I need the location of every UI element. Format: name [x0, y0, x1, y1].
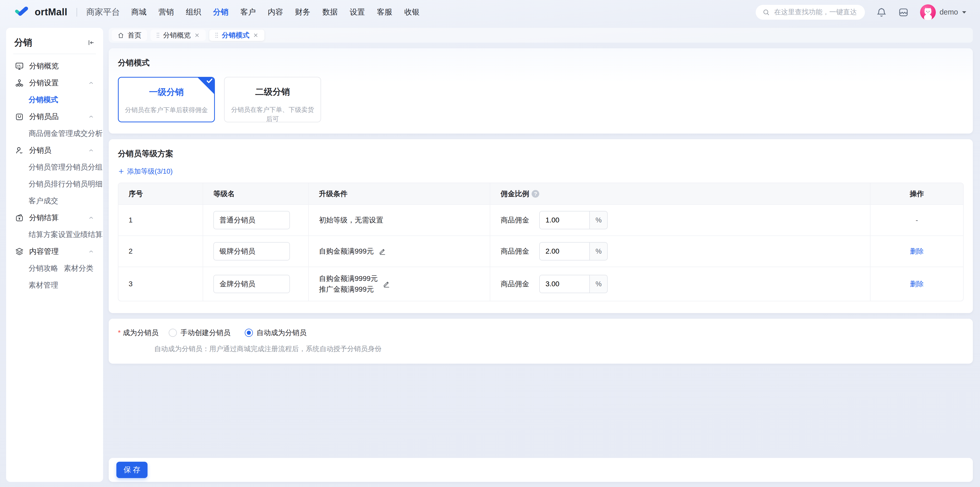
chevron-up-icon[interactable]	[88, 80, 94, 86]
brand-name: ortMall	[35, 6, 67, 18]
add-level-link[interactable]: 添加等级(3/10)	[118, 167, 173, 176]
sidebar-group-label: 分销结算	[29, 213, 59, 223]
plus-icon	[118, 168, 124, 175]
close-icon[interactable]	[253, 32, 259, 38]
rate-input[interactable]	[539, 242, 589, 260]
sidebar-item-customer-deals[interactable]: 客户成交	[29, 193, 65, 209]
level-name-input[interactable]	[213, 211, 290, 229]
menu-item-customers[interactable]: 客户	[240, 7, 256, 18]
edit-icon[interactable]	[378, 247, 387, 255]
tab-label: 分销模式	[222, 30, 249, 40]
org-chart-icon	[15, 78, 24, 88]
save-button[interactable]: 保 存	[116, 462, 148, 478]
sidebar-item-distribution-guide[interactable]: 分销攻略	[29, 260, 64, 277]
level-name-input[interactable]	[213, 275, 290, 293]
menu-item-service[interactable]: 客服	[377, 7, 392, 18]
percent-unit: %	[589, 242, 608, 260]
chevron-up-icon[interactable]	[88, 113, 94, 120]
menu-item-cashier[interactable]: 收银	[404, 7, 420, 18]
sidebar-item-material-mgmt[interactable]: 素材管理	[29, 277, 64, 294]
percent-unit: %	[589, 275, 608, 293]
delete-link[interactable]: 删除	[910, 247, 924, 255]
global-search[interactable]	[756, 5, 865, 20]
radio-circle-checked[interactable]	[245, 329, 253, 337]
menu-item-distribution[interactable]: 分销	[213, 7, 228, 18]
platform-name: 商家平台	[86, 6, 120, 18]
sidebar-item-settlement-plan[interactable]: 结算方案设置	[29, 226, 73, 243]
section-title-levels: 分销员等级方案	[118, 148, 964, 159]
menu-item-marketing[interactable]: 营销	[159, 7, 174, 18]
edit-icon[interactable]	[382, 280, 390, 288]
mode-option-level2[interactable]: 二级分销 分销员在客户下单、下级卖货后可 均可获得邀请奖励	[224, 77, 321, 122]
tab-distribution-overview[interactable]: 分销概览	[151, 30, 206, 41]
brand-logo[interactable]: ortMall 商家平台	[14, 6, 120, 19]
radio-circle-unchecked[interactable]	[169, 329, 177, 337]
menu-item-finance[interactable]: 财务	[295, 7, 310, 18]
become-distributor-label: 成为分销员	[123, 328, 159, 338]
upgrade-condition: 自购金额满999元	[319, 246, 374, 257]
rate-input[interactable]	[539, 275, 589, 293]
selected-check-badge-icon	[197, 77, 215, 94]
rate-input[interactable]	[539, 211, 589, 229]
drag-handle-icon[interactable]	[156, 32, 160, 38]
radio-manual-create[interactable]: 手动创建分销员	[169, 328, 231, 338]
become-distributor-card: * 成为分销员 手动创建分销员 自动成为分销员 自动成为分销员：用户通过商城完成…	[109, 319, 973, 364]
sidebar-item-distribution-mode[interactable]: 分销模式	[29, 91, 64, 108]
sidebar-item-material-category[interactable]: 素材分类	[64, 260, 97, 277]
mode-option-level1[interactable]: 一级分销 分销员在客户下单后获得佣金	[118, 77, 215, 122]
level-name-input[interactable]	[213, 242, 290, 260]
table-row: 3 自购金额满9999元 推广金额满999元	[118, 267, 963, 301]
wallet-icon	[15, 213, 24, 222]
delete-link[interactable]: 删除	[910, 280, 924, 288]
tab-home[interactable]: 首页	[112, 30, 147, 41]
search-input[interactable]	[774, 8, 858, 16]
mode-option-desc: 分销员在客户下单后获得佣金	[125, 105, 208, 114]
sidebar-group-settlement[interactable]: 分销结算	[13, 209, 97, 226]
sidebar-group-distributor[interactable]: 分销员	[13, 142, 97, 159]
sidebar-item-distributor-groups[interactable]: 分销员分组	[65, 159, 103, 176]
menu-item-data[interactable]: 数据	[322, 7, 338, 18]
chevron-up-icon[interactable]	[88, 214, 94, 221]
col-header-index: 序号	[118, 183, 203, 204]
sidebar-item-overview[interactable]: 分销概览	[13, 58, 97, 75]
chevron-up-icon[interactable]	[88, 248, 94, 255]
sidebar-item-deal-analysis[interactable]: 成交分析	[73, 125, 103, 142]
caret-down-icon	[962, 10, 967, 14]
percent-unit: %	[589, 211, 608, 229]
sidebar-title: 分销	[14, 37, 32, 48]
sidebar-group-label: 内容管理	[29, 246, 59, 257]
sidebar-item-distributor-mgmt[interactable]: 分销员管理	[29, 159, 65, 176]
help-icon[interactable]: ?	[531, 190, 539, 198]
sidebar-item-distributor-detail[interactable]: 分销员明细	[65, 176, 103, 193]
notification-bell-icon[interactable]	[876, 7, 887, 18]
action-placeholder: -	[916, 216, 918, 224]
sidebar-item-performance-settlement[interactable]: 业绩结算	[73, 226, 103, 243]
sidebar-collapse-icon[interactable]	[87, 38, 95, 47]
sidebar-group-goods[interactable]: 分销员品	[13, 108, 97, 125]
menu-item-organization[interactable]: 组织	[186, 7, 201, 18]
menu-item-content[interactable]: 内容	[268, 7, 283, 18]
mode-option-title: 二级分销	[255, 86, 290, 98]
shop-icon[interactable]	[898, 7, 909, 18]
avatar-cat-image	[920, 4, 936, 20]
sidebar-item-distributor-ranking[interactable]: 分销员排行	[29, 176, 65, 193]
radio-auto-become[interactable]: 自动成为分销员	[245, 328, 307, 338]
sidebar-group-settings[interactable]: 分销设置	[13, 75, 97, 91]
level-table: 序号 等级名 升级条件 佣金比例 ? 操作	[118, 183, 964, 301]
avatar[interactable]	[920, 4, 936, 20]
drag-handle-icon[interactable]	[215, 32, 218, 38]
table-row: 2 自购金额满999元 商品佣金	[118, 236, 963, 267]
col-header-action: 操作	[870, 183, 963, 204]
home-icon	[118, 32, 124, 39]
sidebar-item-commission-mgmt[interactable]: 商品佣金管理	[29, 125, 73, 142]
menu-item-settings[interactable]: 设置	[350, 7, 365, 18]
tab-label: 分销概览	[163, 30, 191, 40]
menu-item-mall[interactable]: 商城	[131, 7, 146, 18]
top-navbar: ortMall 商家平台 商城 营销 组织 分销 客户 内容 财务 数据 设置 …	[0, 0, 980, 24]
close-icon[interactable]	[194, 32, 200, 38]
chevron-up-icon[interactable]	[88, 147, 94, 154]
user-menu[interactable]: demo	[920, 4, 967, 20]
sidebar-group-content[interactable]: 内容管理	[13, 243, 97, 260]
tab-distribution-mode[interactable]: 分销模式	[209, 30, 264, 41]
sidebar-group-label: 分销设置	[29, 78, 59, 88]
